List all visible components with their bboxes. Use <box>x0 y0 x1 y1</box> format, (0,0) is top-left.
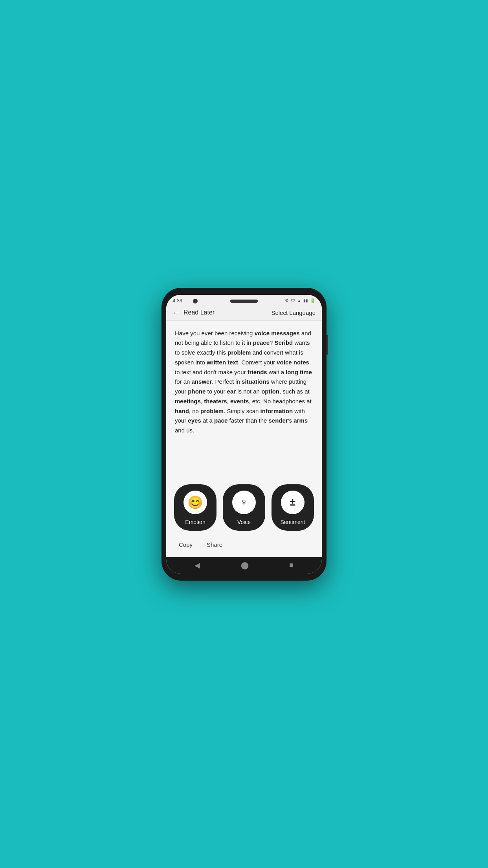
phone-screen: 4:39 ⚙ 🛡 ▲ ▮▮ 🔋 ← Read Later Select Lang… <box>166 295 322 574</box>
wifi-icon: ▲ <box>297 298 301 303</box>
nav-title: Read Later <box>183 309 215 316</box>
settings-icon: ⚙ <box>285 298 289 303</box>
battery-icon: 🔋 <box>310 298 316 303</box>
voice-symbol: ♀ <box>240 496 248 509</box>
emotion-label: Emotion <box>185 519 205 525</box>
camera <box>193 299 198 303</box>
status-icons: ⚙ 🛡 ▲ ▮▮ 🔋 <box>285 298 316 303</box>
voice-label: Voice <box>237 519 251 525</box>
content-area: Have you ever been receiving voice messa… <box>166 321 322 478</box>
share-button[interactable]: Share <box>204 540 222 549</box>
select-language-button[interactable]: Select Language <box>271 309 316 316</box>
status-time: 4:39 <box>172 298 182 303</box>
emotion-emoji: 😊 <box>187 495 203 510</box>
sentiment-icon-circle: ± <box>281 491 305 514</box>
bottom-actions: Copy Share <box>174 537 314 554</box>
signal-icon: ▮▮ <box>303 298 308 303</box>
actions-area: 😊 Emotion ♀ Voice ± Sentiment <box>166 478 322 557</box>
article-text: Have you ever been receiving voice messa… <box>175 329 313 436</box>
sentiment-label: Sentiment <box>280 519 305 525</box>
home-bar: ◀ ⬤ ■ <box>166 557 322 574</box>
feature-buttons: 😊 Emotion ♀ Voice ± Sentiment <box>174 484 314 531</box>
recents-nav-button[interactable]: ■ <box>289 561 294 569</box>
side-button <box>327 335 328 355</box>
back-button[interactable]: ← Read Later <box>172 308 215 317</box>
voice-icon-circle: ♀ <box>232 491 256 514</box>
share-label: Share <box>207 541 222 548</box>
copy-button[interactable]: Copy <box>176 540 193 549</box>
home-nav-button[interactable]: ⬤ <box>241 561 249 570</box>
phone-device: 4:39 ⚙ 🛡 ▲ ▮▮ 🔋 ← Read Later Select Lang… <box>161 288 327 581</box>
back-arrow-icon: ← <box>172 308 180 317</box>
emotion-button[interactable]: 😊 Emotion <box>174 484 216 531</box>
copy-label: Copy <box>179 541 193 548</box>
shield-icon: 🛡 <box>291 298 295 303</box>
nav-bar: ← Read Later Select Language <box>166 306 322 321</box>
sentiment-button[interactable]: ± Sentiment <box>272 484 314 531</box>
emotion-icon-circle: 😊 <box>183 491 207 514</box>
back-nav-button[interactable]: ◀ <box>194 561 200 570</box>
speaker <box>230 300 258 303</box>
sentiment-symbol: ± <box>290 496 295 508</box>
voice-button[interactable]: ♀ Voice <box>223 484 265 531</box>
